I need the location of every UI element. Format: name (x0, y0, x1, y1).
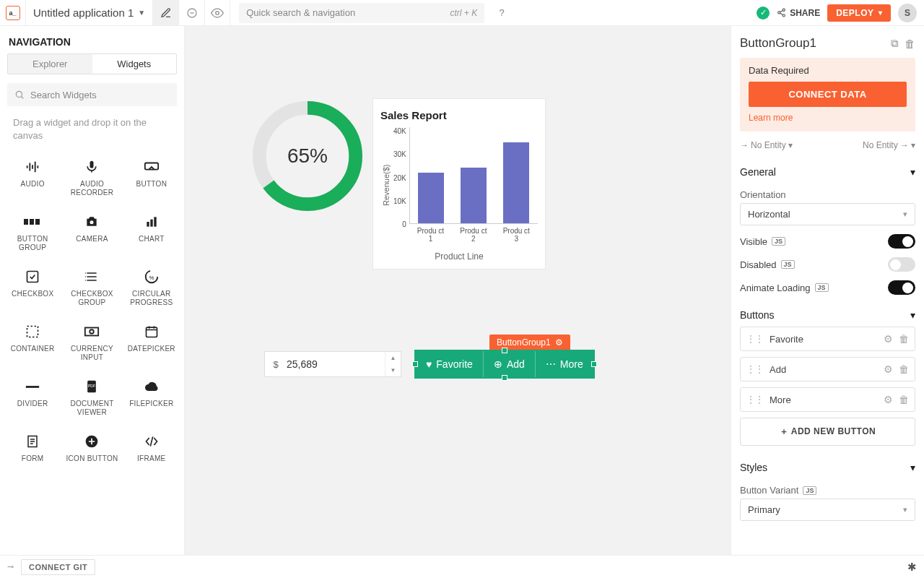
debug-icon[interactable]: ✱ (907, 561, 917, 574)
step-down-button[interactable]: ▼ (385, 364, 401, 376)
button-variant-select[interactable]: Primary ▾ (740, 499, 915, 521)
logo[interactable]: a_ (0, 0, 26, 26)
widget-button[interactable]: BUTTON (122, 151, 181, 206)
divider-icon (25, 378, 40, 395)
widget-date[interactable]: DATEPICKER (122, 316, 181, 371)
widget-form[interactable]: FORM (3, 426, 62, 472)
section-buttons[interactable]: Buttons▾ (740, 303, 915, 327)
button-group-widget[interactable]: ♥Favorite⊕Add⋯More (414, 350, 595, 379)
resize-handle-top[interactable] (502, 348, 507, 353)
comments-button[interactable] (178, 0, 204, 26)
button-icon: ♥ (426, 358, 432, 370)
drag-hint: Drag a widget and drop it on the canvas (0, 111, 184, 147)
gear-icon[interactable]: ⚙ (884, 363, 893, 375)
app-name-dropdown[interactable]: Untitled application 1 ▼ (26, 7, 152, 19)
svg-rect-17 (27, 327, 38, 337)
currency-input-widget[interactable]: $ 25,689 ▲ ▼ (264, 351, 401, 377)
resize-handle-bottom[interactable] (502, 375, 507, 381)
svg-rect-11 (147, 222, 149, 227)
section-styles[interactable]: Styles▾ (740, 456, 915, 479)
svg-point-19 (90, 330, 95, 335)
learn-more-link[interactable]: Learn more (749, 113, 793, 123)
widget-camera[interactable]: CAMERA (62, 206, 121, 261)
svg-point-10 (90, 221, 94, 225)
gear-icon[interactable]: ⚙ (884, 333, 893, 345)
help-button[interactable]: ? (489, 0, 515, 26)
js-badge[interactable]: JS (803, 486, 816, 495)
widget-divider[interactable]: DIVIDER (3, 371, 62, 426)
status-ok-icon[interactable]: ✓ (757, 7, 770, 20)
delete-icon[interactable]: 🗑 (899, 394, 909, 405)
widget-chart[interactable]: CHART (122, 206, 181, 261)
checkbox-icon (25, 268, 40, 285)
button-list-item[interactable]: ⋮⋮Favorite⚙🗑 (740, 327, 915, 351)
delete-icon[interactable]: 🗑 (899, 333, 909, 345)
copy-icon[interactable]: ⧉ (891, 37, 899, 50)
chevron-down-icon: ▾ (879, 9, 883, 17)
x-axis-label: Product Line (380, 251, 538, 262)
edit-mode-button[interactable] (152, 0, 178, 26)
deploy-button[interactable]: DEPLOY ▾ (827, 4, 891, 22)
gear-icon: ⚙ (555, 337, 563, 348)
connect-data-button[interactable]: CONNECT DATA (749, 82, 907, 107)
disabled-label: Disabled (740, 259, 777, 270)
outgoing-entity[interactable]: No Entity → ▾ (863, 140, 915, 150)
chevron-down-icon: ▾ (910, 462, 915, 473)
chart-widget[interactable]: Sales Report Revenue($) 40K30K20K10K0 Pr… (372, 98, 546, 269)
resize-handle-right[interactable] (591, 361, 597, 367)
widget-file[interactable]: FILEPICKER (122, 371, 181, 426)
js-badge[interactable]: JS (772, 237, 785, 246)
button-list-item[interactable]: ⋮⋮Add⚙🗑 (740, 357, 915, 381)
group-button-favorite[interactable]: ♥Favorite (416, 351, 484, 377)
button-variant-label: Button Variant (740, 485, 798, 496)
drag-handle-icon[interactable]: ⋮⋮ (746, 364, 764, 374)
js-badge[interactable]: JS (781, 260, 795, 269)
quick-search[interactable]: Quick search & navigation ctrl + K (239, 3, 484, 23)
widget-cbgroup[interactable]: CHECKBOX GROUP (62, 261, 121, 316)
incoming-entity[interactable]: → No Entity ▾ (740, 140, 793, 150)
disabled-toggle[interactable] (888, 257, 915, 272)
widget-checkbox[interactable]: CHECKBOX (3, 261, 62, 316)
widget-currency[interactable]: CURRENCY INPUT (62, 316, 121, 371)
widget-search-input[interactable]: Search Widgets (7, 83, 177, 106)
preview-button[interactable] (204, 0, 230, 26)
orientation-select[interactable]: Horizontal ▾ (740, 203, 915, 225)
chart-bar (461, 168, 487, 223)
section-general[interactable]: General▾ (740, 160, 915, 184)
button-list-item[interactable]: ⋮⋮More⚙🗑 (740, 387, 915, 412)
widget-doc[interactable]: PDFDOCUMENT VIEWER (62, 371, 121, 426)
tab-widgets[interactable]: Widgets (92, 54, 177, 74)
currency-symbol: $ (265, 359, 287, 370)
connect-git-button[interactable]: CONNECT GIT (21, 559, 95, 575)
delete-icon[interactable]: 🗑 (899, 363, 909, 375)
group-button-more[interactable]: ⋯More (536, 351, 593, 377)
visible-toggle[interactable] (888, 234, 915, 249)
share-button[interactable]: SHARE (777, 8, 820, 18)
svg-rect-12 (150, 220, 152, 227)
step-up-button[interactable]: ▲ (385, 352, 401, 364)
add-new-button[interactable]: ＋ ADD NEW BUTTON (740, 418, 915, 446)
property-pane-title[interactable]: ButtonGroup1 (740, 36, 885, 51)
group-button-add[interactable]: ⊕Add (484, 351, 536, 377)
widget-bgroup[interactable]: BUTTON GROUP (3, 206, 62, 261)
gear-icon[interactable]: ⚙ (884, 394, 893, 405)
delete-icon[interactable]: 🗑 (905, 38, 915, 50)
widget-cprog[interactable]: %CIRCULAR PROGRESS (122, 261, 181, 316)
app-name: Untitled application 1 (33, 7, 134, 19)
widget-mic[interactable]: AUDIO RECORDER (62, 151, 121, 206)
resize-handle-left[interactable] (412, 361, 418, 367)
tab-explorer[interactable]: Explorer (8, 54, 92, 74)
drag-handle-icon[interactable]: ⋮⋮ (746, 394, 764, 405)
animate-toggle[interactable] (888, 280, 915, 295)
js-badge[interactable]: JS (815, 283, 829, 292)
widget-container[interactable]: CONTAINER (3, 316, 62, 371)
svg-rect-18 (85, 328, 98, 336)
circular-progress-widget[interactable]: 65% (250, 98, 365, 214)
widget-audio[interactable]: AUDIO (3, 151, 62, 206)
drag-handle-icon[interactable]: ⋮⋮ (746, 334, 764, 344)
editor-canvas[interactable]: 65% Sales Report Revenue($) 40K30K20K10K… (185, 26, 731, 555)
widget-iconbtn[interactable]: ICON BUTTON (62, 426, 121, 472)
user-avatar[interactable]: S (898, 4, 917, 22)
widget-iframe[interactable]: IFRAME (122, 426, 181, 472)
form-icon (26, 433, 39, 450)
